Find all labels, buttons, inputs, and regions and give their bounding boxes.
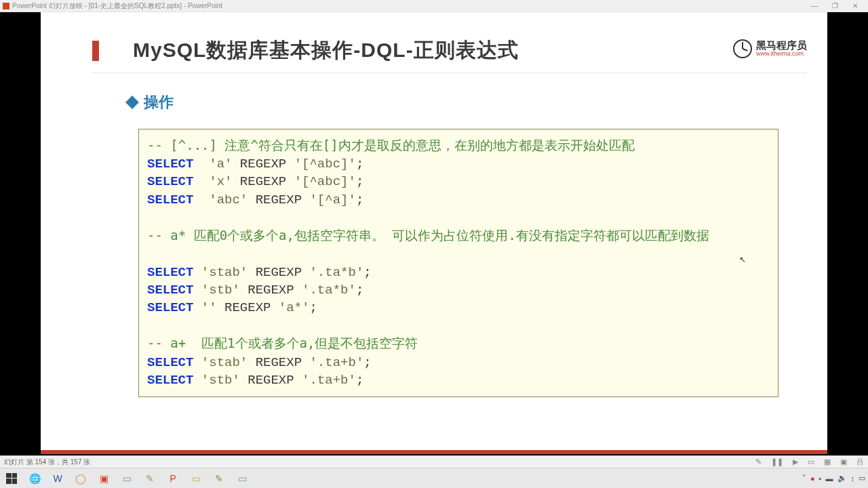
slide: MySQL数据库基本操作-DQL-正则表达式 黑马程序员 www.itheima… bbox=[41, 12, 827, 454]
code-comment: -- [^...] 注意^符合只有在[]内才是取反的意思，在别的地方都是表示开始… bbox=[147, 138, 635, 152]
compass-icon bbox=[733, 39, 752, 58]
code-block: -- [^...] 注意^符合只有在[]内才是取反的意思，在别的地方都是表示开始… bbox=[138, 129, 778, 397]
word-icon[interactable]: W bbox=[49, 471, 66, 486]
code-keyword: SELECT bbox=[147, 373, 193, 388]
tray-app-icon[interactable]: ▪ bbox=[819, 474, 822, 483]
xampp-icon[interactable]: ▣ bbox=[95, 471, 113, 486]
code-keyword: SELECT bbox=[147, 157, 193, 171]
slide-title-row: MySQL数据库基本操作-DQL-正则表达式 bbox=[41, 12, 827, 64]
tray-rec-icon[interactable]: ● bbox=[810, 474, 815, 483]
code-keyword: SELECT bbox=[147, 300, 193, 315]
status-icons: ✎ ❚❚ ▶ ▭ ▦ ▣ 吕 bbox=[755, 457, 864, 467]
pen-icon[interactable]: ✎ bbox=[755, 458, 762, 466]
tool-icon[interactable]: ✎ bbox=[210, 471, 228, 486]
slide-title: MySQL数据库基本操作-DQL-正则表达式 bbox=[133, 37, 519, 64]
maximize-button[interactable]: ❐ bbox=[825, 2, 845, 9]
browser-icon[interactable]: ◯ bbox=[72, 471, 90, 486]
presentation-stage: MySQL数据库基本操作-DQL-正则表达式 黑马程序员 www.itheima… bbox=[0, 12, 868, 455]
system-tray: ˄ ● ▪ ▬ 🔉 ↕ ▭ bbox=[802, 474, 865, 483]
statusbar: 幻灯片 第 154 张，共 157 张 ✎ ❚❚ ▶ ▭ ▦ ▣ 吕 bbox=[0, 455, 868, 468]
pause-icon[interactable]: ❚❚ bbox=[771, 458, 783, 466]
powerpoint-icon bbox=[3, 3, 9, 9]
window-titlebar: PowerPoint 幻灯片放映 - [01-史上最全的SQL教程2.pptx]… bbox=[0, 0, 868, 12]
battery-icon[interactable]: ▬ bbox=[826, 474, 833, 483]
diamond-icon bbox=[125, 96, 139, 109]
chrome-icon[interactable]: 🌐 bbox=[26, 471, 43, 486]
code-keyword: SELECT bbox=[147, 174, 193, 189]
code-keyword: SELECT bbox=[147, 355, 193, 370]
subtitle-row: 操作 bbox=[127, 92, 827, 113]
notepad-icon[interactable]: ▭ bbox=[118, 471, 136, 486]
taskbar: 🌐 W ◯ ▣ ▭ ✎ P ▭ ✎ ▭ ˄ ● ▪ ▬ 🔉 ↕ ▭ bbox=[0, 468, 868, 488]
play-icon[interactable]: ▶ bbox=[793, 458, 798, 466]
action-center-icon[interactable]: ▭ bbox=[859, 474, 865, 483]
volume-icon[interactable]: 🔉 bbox=[837, 474, 847, 483]
editor-icon[interactable]: ✎ bbox=[141, 471, 159, 486]
view-slideshow-icon[interactable]: 吕 bbox=[856, 457, 864, 467]
view-normal-icon[interactable]: ▭ bbox=[808, 458, 814, 466]
window-title: PowerPoint 幻灯片放映 - [01-史上最全的SQL教程2.pptx]… bbox=[12, 1, 222, 11]
brand-name: 黑马程序员 bbox=[756, 40, 807, 50]
slide-counter: 幻灯片 第 154 张，共 157 张 bbox=[4, 458, 90, 467]
start-button[interactable] bbox=[3, 471, 20, 486]
app-icon[interactable]: ▭ bbox=[233, 471, 251, 486]
powerpoint-taskbar-icon[interactable]: P bbox=[164, 471, 182, 486]
code-keyword: SELECT bbox=[147, 192, 193, 207]
code-keyword: SELECT bbox=[147, 283, 193, 298]
subtitle: 操作 bbox=[144, 92, 174, 113]
tray-up-icon[interactable]: ˄ bbox=[802, 474, 806, 483]
minimize-button[interactable]: — bbox=[804, 2, 825, 9]
mouse-cursor-icon: ↖ bbox=[739, 255, 746, 264]
code-comment: -- a* 匹配0个或多个a,包括空字符串。 可以作为占位符使用.有没有指定字符… bbox=[147, 228, 709, 243]
divider bbox=[92, 73, 807, 73]
view-reading-icon[interactable]: ▣ bbox=[840, 458, 847, 466]
code-comment: -- a+ 匹配1个或者多个a,但是不包括空字符 bbox=[147, 336, 418, 350]
view-sorter-icon[interactable]: ▦ bbox=[824, 458, 831, 466]
brand-logo: 黑马程序员 www.itheima.com bbox=[733, 39, 807, 58]
close-button[interactable]: ✕ bbox=[845, 2, 865, 9]
brand-url: www.itheima.com bbox=[756, 50, 807, 58]
code-keyword: SELECT bbox=[147, 265, 193, 280]
title-accent-bar bbox=[92, 41, 99, 61]
explorer-icon[interactable]: ▭ bbox=[187, 471, 205, 486]
network-icon[interactable]: ↕ bbox=[851, 474, 855, 483]
slide-footer-bar bbox=[41, 450, 827, 454]
